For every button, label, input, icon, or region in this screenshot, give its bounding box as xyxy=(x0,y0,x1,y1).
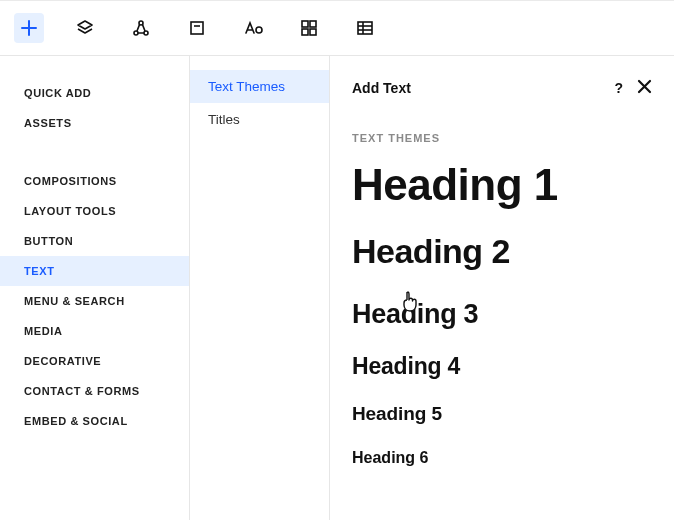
layers-icon[interactable] xyxy=(70,13,100,43)
heading-option-h6[interactable]: Heading 6 xyxy=(352,450,652,467)
panel-header: Add Text ? xyxy=(352,70,652,106)
plus-icon[interactable] xyxy=(14,13,44,43)
columns: Quick Add Assets Compositions Layout Too… xyxy=(0,56,674,520)
grid-icon[interactable] xyxy=(294,13,324,43)
table-icon[interactable] xyxy=(350,13,380,43)
sidebar-item-contact-forms[interactable]: Contact & Forms xyxy=(0,376,189,406)
svg-rect-7 xyxy=(310,21,316,27)
subcategory-list: Text Themes Titles xyxy=(190,56,330,520)
sidebar-item-menu-search[interactable]: Menu & Search xyxy=(0,286,189,316)
app-root: Quick Add Assets Compositions Layout Too… xyxy=(0,0,674,520)
sidebar-item-assets[interactable]: Assets xyxy=(0,108,189,138)
add-text-panel: Add Text ? Text Themes Heading 1 Heading… xyxy=(330,56,674,520)
svg-rect-9 xyxy=(310,29,316,35)
heading-option-h2[interactable]: Heading 2 xyxy=(352,234,652,270)
heading-option-h4[interactable]: Heading 4 xyxy=(352,354,652,378)
sidebar-item-compositions[interactable]: Compositions xyxy=(0,166,189,196)
box-icon[interactable] xyxy=(182,13,212,43)
help-icon[interactable]: ? xyxy=(614,80,623,96)
svg-rect-8 xyxy=(302,29,308,35)
sidebar-item-button[interactable]: Button xyxy=(0,226,189,256)
sidebar-item-quick-add[interactable]: Quick Add xyxy=(0,78,189,108)
vector-icon[interactable] xyxy=(126,13,156,43)
sub-item-text-themes[interactable]: Text Themes xyxy=(190,70,329,103)
top-toolbar xyxy=(0,1,674,56)
sidebar-item-embed-social[interactable]: Embed & Social xyxy=(0,406,189,436)
sub-item-titles[interactable]: Titles xyxy=(190,103,329,136)
sidebar-item-decorative[interactable]: Decorative xyxy=(0,346,189,376)
svg-point-5 xyxy=(256,27,262,33)
heading-option-h5[interactable]: Heading 5 xyxy=(352,404,652,424)
category-sidebar: Quick Add Assets Compositions Layout Too… xyxy=(0,56,190,520)
panel-title: Add Text xyxy=(352,80,411,96)
heading-option-h1[interactable]: Heading 1 xyxy=(352,162,652,208)
svg-point-1 xyxy=(134,31,138,35)
svg-point-2 xyxy=(144,31,148,35)
panel-actions: ? xyxy=(614,79,652,98)
sidebar-item-layout-tools[interactable]: Layout Tools xyxy=(0,196,189,226)
sidebar-spacer xyxy=(0,138,189,166)
svg-rect-3 xyxy=(191,22,203,34)
svg-point-0 xyxy=(139,21,143,25)
sidebar-item-text[interactable]: Text xyxy=(0,256,189,286)
heading-option-h3[interactable]: Heading 3 xyxy=(352,300,652,328)
close-icon[interactable] xyxy=(637,79,652,98)
section-label: Text Themes xyxy=(352,132,652,144)
svg-rect-6 xyxy=(302,21,308,27)
text-tool-icon[interactable] xyxy=(238,13,268,43)
svg-rect-10 xyxy=(358,22,372,34)
sidebar-item-media[interactable]: Media xyxy=(0,316,189,346)
heading-list: Heading 1 Heading 2 Heading 3 Heading 4 … xyxy=(352,162,652,467)
